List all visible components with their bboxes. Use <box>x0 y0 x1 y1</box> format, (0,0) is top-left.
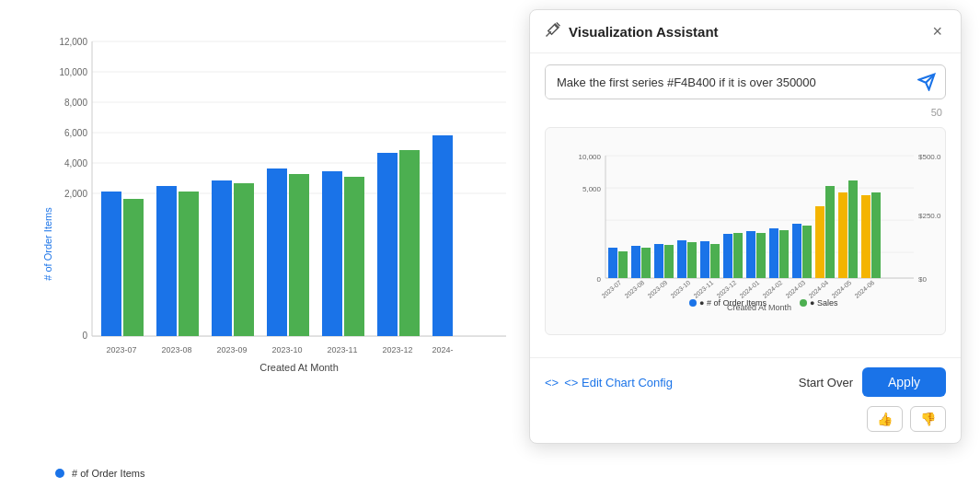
svg-rect-43 <box>608 248 617 278</box>
bar <box>322 171 342 336</box>
bar <box>344 177 364 336</box>
svg-text:$0: $0 <box>918 275 927 284</box>
prompt-input[interactable] <box>546 66 908 99</box>
svg-rect-54 <box>733 233 743 278</box>
svg-text:2024-05: 2024-05 <box>830 279 852 299</box>
legend-dot-orders <box>55 469 64 478</box>
svg-rect-53 <box>723 234 732 278</box>
edit-chart-config-button[interactable]: <> <> Edit Chart Config <box>545 376 673 389</box>
svg-text:8,000: 8,000 <box>64 98 87 108</box>
svg-rect-45 <box>631 246 640 278</box>
close-button[interactable]: × <box>928 21 946 41</box>
svg-text:2024-: 2024- <box>432 345 453 354</box>
bar <box>123 199 144 336</box>
main-container: # of Order Items 12,000 10,000 8,000 6,0… <box>0 0 980 488</box>
svg-rect-57 <box>769 228 778 278</box>
main-chart-svg: 12,000 10,000 8,000 6,000 4,000 2,000 0 … <box>55 18 506 414</box>
apply-button[interactable]: Apply <box>862 367 946 397</box>
svg-rect-55 <box>746 231 755 278</box>
svg-rect-58 <box>779 230 789 278</box>
y-axis-label: # of Order Items <box>42 207 53 280</box>
wand-icon <box>545 21 561 41</box>
legend-label-orders: # of Order Items <box>72 468 144 479</box>
svg-text:● Sales: ● Sales <box>810 298 838 308</box>
send-button[interactable] <box>908 65 945 99</box>
svg-rect-62 <box>825 186 835 278</box>
bar <box>289 174 309 336</box>
svg-text:0: 0 <box>597 275 602 284</box>
svg-text:5,000: 5,000 <box>582 185 602 193</box>
svg-text:2023-12: 2023-12 <box>382 345 412 354</box>
footer-actions: <> <> Edit Chart Config Start Over Apply <box>545 367 946 397</box>
svg-text:● # of Order Items: ● # of Order Items <box>699 298 767 308</box>
svg-text:2023-09: 2023-09 <box>646 279 668 299</box>
svg-text:2023-07: 2023-07 <box>106 345 136 354</box>
svg-text:2023-11: 2023-11 <box>692 279 714 299</box>
bar <box>399 150 420 336</box>
code-icon: <> <box>545 376 559 389</box>
svg-rect-48 <box>664 245 674 278</box>
bar <box>377 153 398 336</box>
svg-text:2024-02: 2024-02 <box>761 279 783 299</box>
svg-text:10,000: 10,000 <box>579 153 602 161</box>
svg-text:2023-09: 2023-09 <box>216 345 247 354</box>
bar <box>234 183 254 336</box>
svg-text:2023-10: 2023-10 <box>271 345 302 354</box>
footer-right: Start Over Apply <box>799 367 946 397</box>
panel-footer: <> <> Edit Chart Config Start Over Apply… <box>530 357 961 443</box>
svg-point-80 <box>689 299 697 307</box>
thumbup-button[interactable]: 👍 <box>867 406 903 432</box>
svg-text:6,000: 6,000 <box>64 128 87 138</box>
svg-rect-64 <box>848 180 858 278</box>
svg-rect-61 <box>815 206 824 278</box>
bar <box>156 186 177 336</box>
svg-rect-47 <box>654 244 663 278</box>
svg-text:2024-06: 2024-06 <box>853 279 875 299</box>
svg-rect-60 <box>802 226 812 278</box>
svg-rect-56 <box>756 233 766 278</box>
thumbdown-icon: 👎 <box>920 412 936 426</box>
panel-body: 50 # of Order Items Sales <box>530 53 961 357</box>
svg-rect-52 <box>710 244 720 278</box>
svg-text:2024-04: 2024-04 <box>807 279 829 299</box>
svg-line-25 <box>547 34 548 36</box>
chart-legend: # of Order Items <box>55 468 144 479</box>
start-over-button[interactable]: Start Over <box>799 376 853 389</box>
main-chart-area: # of Order Items 12,000 10,000 8,000 6,0… <box>0 0 515 488</box>
svg-text:2023-08: 2023-08 <box>623 279 645 299</box>
svg-text:2023-07: 2023-07 <box>600 279 622 299</box>
svg-text:2023-10: 2023-10 <box>669 279 691 299</box>
svg-point-82 <box>800 299 807 307</box>
svg-text:2023-11: 2023-11 <box>327 345 357 354</box>
svg-rect-44 <box>618 251 628 278</box>
svg-text:0: 0 <box>82 331 87 341</box>
input-row <box>545 64 946 99</box>
svg-text:2023-12: 2023-12 <box>715 279 737 299</box>
svg-rect-51 <box>700 241 709 278</box>
svg-text:4,000: 4,000 <box>64 158 87 168</box>
svg-text:Created At Month: Created At Month <box>259 362 339 373</box>
svg-rect-66 <box>871 192 881 278</box>
svg-text:2,000: 2,000 <box>64 189 87 199</box>
visualization-assistant-panel: Visualization Assistant × 50 <box>529 9 962 444</box>
thumbdown-button[interactable]: 👎 <box>910 406 946 432</box>
svg-text:12,000: 12,000 <box>59 37 87 47</box>
svg-rect-46 <box>641 248 651 278</box>
svg-text:$500.0 K: $500.0 K <box>918 153 941 161</box>
svg-rect-50 <box>687 242 697 278</box>
preview-svg: # of Order Items Sales 10,000 5,000 <box>555 137 941 321</box>
svg-rect-63 <box>838 192 847 278</box>
svg-rect-59 <box>792 224 801 278</box>
token-count: 50 <box>545 107 946 118</box>
svg-text:2024-03: 2024-03 <box>784 279 806 299</box>
svg-text:$250.0 K: $250.0 K <box>918 212 941 220</box>
bar <box>212 180 232 336</box>
svg-rect-49 <box>677 240 686 278</box>
bar <box>179 192 199 336</box>
panel-header-left: Visualization Assistant <box>545 21 719 41</box>
panel-title: Visualization Assistant <box>569 24 719 40</box>
svg-text:2024-01: 2024-01 <box>738 279 760 299</box>
edit-config-label: <> Edit Chart Config <box>564 376 673 389</box>
svg-text:2023-08: 2023-08 <box>161 345 191 354</box>
panel-header: Visualization Assistant × <box>530 10 961 53</box>
